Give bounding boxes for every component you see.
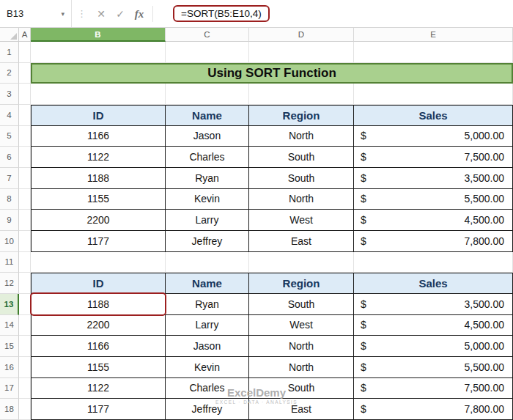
row-header-14[interactable]: 14 bbox=[0, 315, 19, 336]
cell-B16[interactable]: 1155 bbox=[31, 357, 166, 378]
cell-B1[interactable] bbox=[31, 42, 166, 63]
row-header-18[interactable]: 18 bbox=[0, 399, 19, 420]
row-header-11[interactable]: 11 bbox=[0, 252, 19, 273]
cell-C14[interactable]: Larry bbox=[166, 315, 249, 336]
cell-A6[interactable] bbox=[19, 147, 31, 168]
cell-A13[interactable] bbox=[19, 294, 31, 315]
cell-D3[interactable] bbox=[249, 84, 354, 105]
cell-C10[interactable]: Jeffrey bbox=[166, 231, 249, 252]
cell-E9[interactable]: $4,500.00 bbox=[354, 210, 513, 231]
cell-E16[interactable]: $5,500.00 bbox=[354, 357, 513, 378]
cell-C13[interactable]: Ryan bbox=[166, 294, 249, 315]
row-header-7[interactable]: 7 bbox=[0, 168, 19, 189]
cell-A2[interactable] bbox=[19, 63, 31, 84]
cell-B11[interactable] bbox=[31, 252, 166, 273]
cell-B18[interactable]: 1177 bbox=[31, 399, 166, 420]
cell-B10[interactable]: 1177 bbox=[31, 231, 166, 252]
cell-E3[interactable] bbox=[354, 84, 513, 105]
cancel-button[interactable]: ✕ bbox=[92, 4, 111, 23]
column-header-B[interactable]: B bbox=[31, 28, 166, 42]
cell-D15[interactable]: North bbox=[249, 336, 354, 357]
table-header-cell[interactable]: Sales bbox=[354, 273, 513, 294]
name-box[interactable]: B13 ▾ bbox=[0, 0, 72, 27]
row-header-4[interactable]: 4 bbox=[0, 105, 19, 126]
cell-A8[interactable] bbox=[19, 189, 31, 210]
cell-D1[interactable] bbox=[249, 42, 354, 63]
cell-D14[interactable]: West bbox=[249, 315, 354, 336]
cell-C6[interactable]: Charles bbox=[166, 147, 249, 168]
cell-E5[interactable]: $5,000.00 bbox=[354, 126, 513, 147]
formula-input[interactable]: =SORT(B5:E10,4) bbox=[157, 0, 513, 27]
cell-D7[interactable]: South bbox=[249, 168, 354, 189]
cell-B15[interactable]: 1166 bbox=[31, 336, 166, 357]
cell-E14[interactable]: $4,500.00 bbox=[354, 315, 513, 336]
cell-A11[interactable] bbox=[19, 252, 31, 273]
cell-D5[interactable]: North bbox=[249, 126, 354, 147]
row-header-1[interactable]: 1 bbox=[0, 42, 19, 63]
cell-C11[interactable] bbox=[166, 252, 249, 273]
cell-A12[interactable] bbox=[19, 273, 31, 294]
cell-E10[interactable]: $7,800.00 bbox=[354, 231, 513, 252]
row-header-12[interactable]: 12 bbox=[0, 273, 19, 294]
cell-D11[interactable] bbox=[249, 252, 354, 273]
cell-D6[interactable]: South bbox=[249, 147, 354, 168]
cell-D17[interactable]: South bbox=[249, 378, 354, 399]
chevron-down-icon[interactable]: ▾ bbox=[61, 10, 64, 18]
cell-C7[interactable]: Ryan bbox=[166, 168, 249, 189]
cell-E6[interactable]: $7,500.00 bbox=[354, 147, 513, 168]
cell-D13[interactable]: South bbox=[249, 294, 354, 315]
confirm-button[interactable]: ✓ bbox=[111, 4, 130, 23]
cell-C8[interactable]: Kevin bbox=[166, 189, 249, 210]
table-header-cell[interactable]: ID bbox=[31, 273, 166, 294]
cell-B9[interactable]: 2200 bbox=[31, 210, 166, 231]
table-header-cell[interactable]: Region bbox=[249, 273, 354, 294]
cell-B17[interactable]: 1122 bbox=[31, 378, 166, 399]
cell-B7[interactable]: 1188 bbox=[31, 168, 166, 189]
cell-B14[interactable]: 2200 bbox=[31, 315, 166, 336]
row-header-2[interactable]: 2 bbox=[0, 63, 19, 84]
column-header-C[interactable]: C bbox=[166, 28, 249, 42]
cell-E1[interactable] bbox=[354, 42, 513, 63]
cell-A18[interactable] bbox=[19, 399, 31, 420]
cell-A3[interactable] bbox=[19, 84, 31, 105]
cell-C16[interactable]: Kevin bbox=[166, 357, 249, 378]
cell-E15[interactable]: $5,000.00 bbox=[354, 336, 513, 357]
row-header-6[interactable]: 6 bbox=[0, 147, 19, 168]
row-header-15[interactable]: 15 bbox=[0, 336, 19, 357]
cell-E18[interactable]: $7,800.00 bbox=[354, 399, 513, 420]
table-header-cell[interactable]: Sales bbox=[354, 105, 513, 126]
cell-A15[interactable] bbox=[19, 336, 31, 357]
row-header-9[interactable]: 9 bbox=[0, 210, 19, 231]
cell-A10[interactable] bbox=[19, 231, 31, 252]
cell-A16[interactable] bbox=[19, 357, 31, 378]
row-header-3[interactable]: 3 bbox=[0, 84, 19, 105]
cell-D10[interactable]: East bbox=[249, 231, 354, 252]
cell-D9[interactable]: West bbox=[249, 210, 354, 231]
cell-B5[interactable]: 1166 bbox=[31, 126, 166, 147]
cell-B3[interactable] bbox=[31, 84, 166, 105]
cell-C9[interactable]: Larry bbox=[166, 210, 249, 231]
row-header-5[interactable]: 5 bbox=[0, 126, 19, 147]
cell-D18[interactable]: East bbox=[249, 399, 354, 420]
cell-B8[interactable]: 1155 bbox=[31, 189, 166, 210]
cell-E17[interactable]: $7,500.00 bbox=[354, 378, 513, 399]
title-banner[interactable]: Using SORT Function bbox=[31, 63, 513, 84]
table-header-cell[interactable]: ID bbox=[31, 105, 166, 126]
cell-C3[interactable] bbox=[166, 84, 249, 105]
row-header-16[interactable]: 16 bbox=[0, 357, 19, 378]
cell-C1[interactable] bbox=[166, 42, 249, 63]
cell-D16[interactable]: North bbox=[249, 357, 354, 378]
cell-B6[interactable]: 1122 bbox=[31, 147, 166, 168]
cell-E8[interactable]: $5,500.00 bbox=[354, 189, 513, 210]
cell-C5[interactable]: Jason bbox=[166, 126, 249, 147]
insert-function-button[interactable]: fx bbox=[130, 4, 149, 23]
table-header-cell[interactable]: Name bbox=[166, 273, 249, 294]
row-header-10[interactable]: 10 bbox=[0, 231, 19, 252]
cell-C15[interactable]: Jason bbox=[166, 336, 249, 357]
column-header-A[interactable]: A bbox=[19, 28, 31, 42]
select-all-corner[interactable] bbox=[0, 28, 19, 42]
cell-A9[interactable] bbox=[19, 210, 31, 231]
row-header-8[interactable]: 8 bbox=[0, 189, 19, 210]
cell-A5[interactable] bbox=[19, 126, 31, 147]
column-header-E[interactable]: E bbox=[354, 28, 513, 42]
